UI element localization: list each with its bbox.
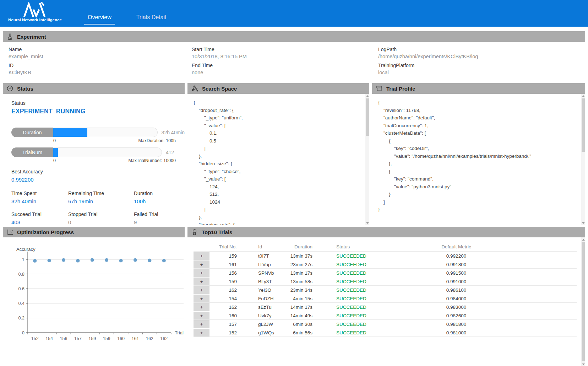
duration-min: 0 bbox=[53, 138, 56, 143]
cell-default-metric: 0.982600 bbox=[378, 313, 534, 318]
cell-default-metric: 0.981800 bbox=[378, 322, 534, 327]
expand-row-button[interactable]: + bbox=[194, 286, 209, 294]
metric-label: Stopped Trial bbox=[68, 211, 134, 217]
metric-label: Remaining Time bbox=[68, 190, 134, 196]
scroll-up-icon[interactable] bbox=[582, 239, 585, 241]
expand-row-button[interactable]: + bbox=[194, 312, 209, 319]
svg-text:161: 161 bbox=[132, 336, 139, 341]
cell-id: SPNVb bbox=[240, 270, 284, 276]
cell-duration: 14min 17s bbox=[284, 305, 312, 310]
trialnum-bar-value: 412 bbox=[166, 150, 174, 155]
status-metric: Stopped Trial0 bbox=[68, 211, 134, 225]
scroll-up-icon[interactable] bbox=[366, 95, 369, 97]
cell-id: g1WQs bbox=[240, 330, 284, 335]
tab-trials-detail[interactable]: Trials Detail bbox=[133, 14, 170, 25]
expand-row-button[interactable]: + bbox=[194, 295, 209, 302]
cell-trial-no: 157 bbox=[209, 322, 240, 327]
top10-table-head: Trial No. Id Duration Status Default Met… bbox=[194, 242, 577, 252]
svg-text:162: 162 bbox=[160, 336, 168, 341]
cell-id: FnDZH bbox=[240, 296, 284, 301]
status-metric: Succeed Trial403 bbox=[11, 211, 68, 225]
table-row: +159t0I7T13min 37sSUCCEEDED0.992200 bbox=[194, 252, 577, 260]
top10-table-body: +159t0I7T13min 37sSUCCEEDED0.992200+161I… bbox=[194, 252, 577, 337]
divider bbox=[11, 121, 176, 121]
scroll-thumb[interactable] bbox=[582, 98, 585, 152]
cell-id: BLy3T bbox=[240, 279, 284, 284]
experiment-col-2: Start Time 10/31/2018, 8:16:15 PM End Ti… bbox=[192, 43, 378, 80]
best-accuracy: Best Accuracy 0.992200 bbox=[11, 169, 185, 183]
top-nav: Neural Network Intelligence Overview Tri… bbox=[0, 0, 588, 27]
bottom-scrollbar[interactable] bbox=[581, 237, 585, 366]
cell-status: SUCCEEDED bbox=[312, 262, 378, 267]
field-value: none bbox=[192, 70, 378, 75]
scroll-thumb[interactable] bbox=[366, 98, 369, 136]
scroll-thumb[interactable] bbox=[582, 242, 585, 361]
cell-trial-no: 160 bbox=[209, 313, 240, 318]
status-metric: Duration100h bbox=[134, 190, 185, 204]
nni-logo-icon bbox=[23, 2, 49, 17]
top10-table: Trial No. Id Duration Status Default Met… bbox=[187, 237, 585, 337]
search-space-scrollbar[interactable] bbox=[365, 94, 369, 225]
expand-row-button[interactable]: + bbox=[194, 303, 209, 311]
field-label: ID bbox=[9, 63, 192, 68]
svg-text:154: 154 bbox=[45, 336, 53, 341]
tab-overview[interactable]: Overview bbox=[84, 14, 115, 25]
optimization-panel: Optimization Progress 00.20.40.60.811521… bbox=[3, 227, 185, 366]
medal-icon bbox=[191, 228, 198, 236]
cell-status: SUCCEEDED bbox=[312, 330, 378, 335]
table-row: +159BLy3T13min 58sSUCCEEDED0.991000 bbox=[194, 277, 577, 286]
cell-trial-no: 159 bbox=[209, 279, 240, 284]
status-metric: Time Spent32h 40min bbox=[11, 190, 68, 204]
nav-tabs: Overview Trials Detail bbox=[84, 0, 170, 27]
cell-status: SUCCEEDED bbox=[312, 270, 378, 276]
cell-default-metric: 0.992200 bbox=[378, 253, 534, 259]
expand-row-button[interactable]: + bbox=[194, 320, 209, 328]
field-value: 10/31/2018, 8:16:15 PM bbox=[192, 54, 378, 59]
status-header: Status bbox=[3, 83, 185, 94]
svg-text:1: 1 bbox=[22, 257, 24, 262]
cell-duration: 23min 34s bbox=[284, 287, 312, 293]
svg-text:162: 162 bbox=[146, 336, 153, 341]
status-value: EXPERIMENT_RUNNING bbox=[11, 108, 185, 115]
expand-row-button[interactable]: + bbox=[194, 269, 209, 277]
metric-value: 9 bbox=[134, 219, 185, 225]
expand-row-button[interactable]: + bbox=[194, 278, 209, 285]
experiment-header: Experiment bbox=[3, 31, 585, 42]
trialnum-bar-fill bbox=[53, 148, 58, 157]
search-space-header: Search Space bbox=[187, 83, 369, 94]
table-row: +157gL2JW6min 30sSUCCEEDED0.981800 bbox=[194, 320, 577, 328]
table-row: +152g1WQs6min 56sSUCCEEDED0.981000 bbox=[194, 328, 577, 337]
scroll-down-icon[interactable] bbox=[582, 364, 585, 365]
scatter-plot-icon bbox=[6, 228, 13, 236]
field-value: example_mnist bbox=[9, 54, 192, 59]
cell-default-metric: 0.984000 bbox=[378, 296, 534, 301]
duration-bar-track bbox=[53, 128, 158, 137]
status-label: Status bbox=[11, 100, 185, 106]
scroll-up-icon[interactable] bbox=[582, 95, 585, 97]
archive-box-icon bbox=[376, 85, 383, 92]
expand-row-button[interactable]: + bbox=[194, 260, 209, 268]
col-default-metric: Default Metric bbox=[378, 244, 534, 249]
scroll-down-icon[interactable] bbox=[582, 222, 585, 224]
expand-row-button[interactable]: + bbox=[194, 252, 209, 260]
field-label: Name bbox=[9, 47, 192, 52]
svg-text:152: 152 bbox=[31, 336, 39, 341]
flask-icon bbox=[6, 33, 13, 40]
cell-default-metric: 0.981000 bbox=[378, 330, 534, 335]
trial-profile-scrollbar[interactable] bbox=[581, 94, 585, 225]
cell-id: ITVup bbox=[240, 262, 284, 267]
expand-row-button[interactable]: + bbox=[194, 329, 209, 337]
trialnum-max: MaxTrialNumber: 10000 bbox=[128, 158, 176, 163]
scroll-down-icon[interactable] bbox=[366, 222, 369, 224]
cell-status: SUCCEEDED bbox=[312, 305, 378, 310]
logo-subtitle: Neural Network Intelligence bbox=[8, 18, 76, 22]
status-panel: Status Status EXPERIMENT_RUNNING Duratio… bbox=[3, 83, 185, 225]
status-metric: Failed Trial9 bbox=[134, 211, 185, 225]
svg-text:Accuracy: Accuracy bbox=[16, 247, 36, 252]
experiment-title: Experiment bbox=[17, 34, 46, 40]
optimization-header: Optimization Progress bbox=[3, 227, 185, 237]
cell-id: t0I7T bbox=[240, 253, 284, 259]
svg-text:0: 0 bbox=[22, 330, 24, 335]
svg-text:0.4: 0.4 bbox=[18, 301, 24, 306]
cell-duration: 6min 56s bbox=[284, 330, 312, 335]
